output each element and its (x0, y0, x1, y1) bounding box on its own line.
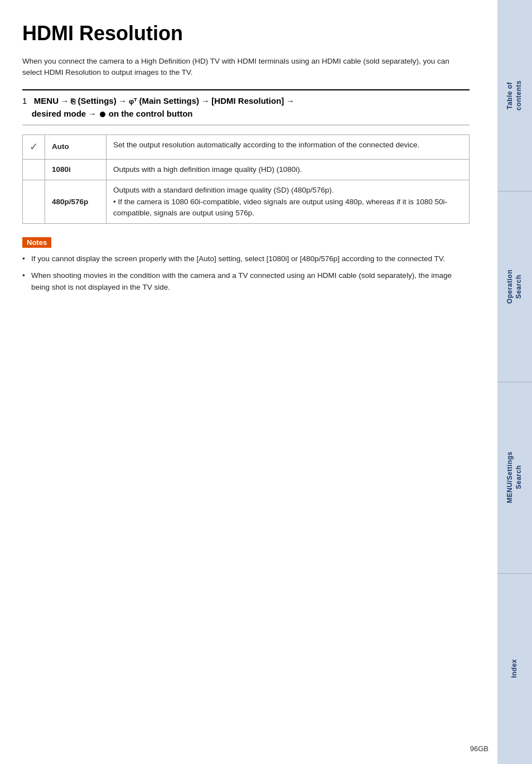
page-number: 96GB (470, 744, 489, 753)
480p-icon (23, 180, 45, 224)
notes-label: Notes (22, 237, 51, 248)
1080i-icon (23, 160, 45, 180)
note-item: When shooting movies in the condition wi… (22, 270, 470, 293)
circle-bullet (100, 112, 105, 117)
desc-480p: Outputs with a standard definition image… (107, 180, 470, 224)
main-content: HDMI Resolution When you connect the cam… (0, 0, 497, 764)
sidebar-tab-label: OperationSearch (506, 270, 523, 304)
desc-1080i: Outputs with a high definition image qua… (107, 160, 470, 180)
sidebar-tab-index[interactable]: Index (497, 574, 532, 765)
instruction-step: 1 MENU → ⎘ (Settings) → φᵀ (Main Setting… (22, 89, 470, 126)
resolution-table: ✓ Auto Set the output resolution automat… (22, 134, 470, 224)
mode-480p: 480p/576p (45, 180, 107, 224)
settings-icon: ⎘ (71, 96, 75, 107)
note-item: If you cannot display the screen properl… (22, 253, 470, 265)
sidebar-tab-table-of-contents[interactable]: Table ofcontents (497, 0, 532, 191)
sidebar-tab-operation-search[interactable]: OperationSearch (497, 191, 532, 383)
sidebar-tab-label: Table ofcontents (506, 80, 523, 110)
step-number: 1 (22, 96, 27, 105)
sidebar-tab-label: MENU/SettingsSearch (506, 451, 523, 503)
table-row: ✓ Auto Set the output resolution automat… (23, 135, 470, 160)
sidebar-tab-label: Index (510, 659, 519, 678)
auto-check-icon: ✓ (23, 135, 45, 160)
table-row: 480p/576p Outputs with a standard defini… (23, 180, 470, 224)
table-row: 1080i Outputs with a high definition ima… (23, 160, 470, 180)
desc-auto: Set the output resolution automatically … (107, 135, 470, 160)
mode-auto: Auto (45, 135, 107, 160)
sidebar: Table ofcontents OperationSearch MENU/Se… (497, 0, 532, 764)
notes-section: Notes If you cannot display the screen p… (22, 237, 470, 293)
intro-text: When you connect the camera to a High De… (22, 56, 470, 79)
notes-list: If you cannot display the screen properl… (22, 253, 470, 293)
page-title: HDMI Resolution (22, 22, 470, 45)
sidebar-tab-menu-settings-search[interactable]: MENU/SettingsSearch (497, 382, 532, 574)
mode-1080i: 1080i (45, 160, 107, 180)
